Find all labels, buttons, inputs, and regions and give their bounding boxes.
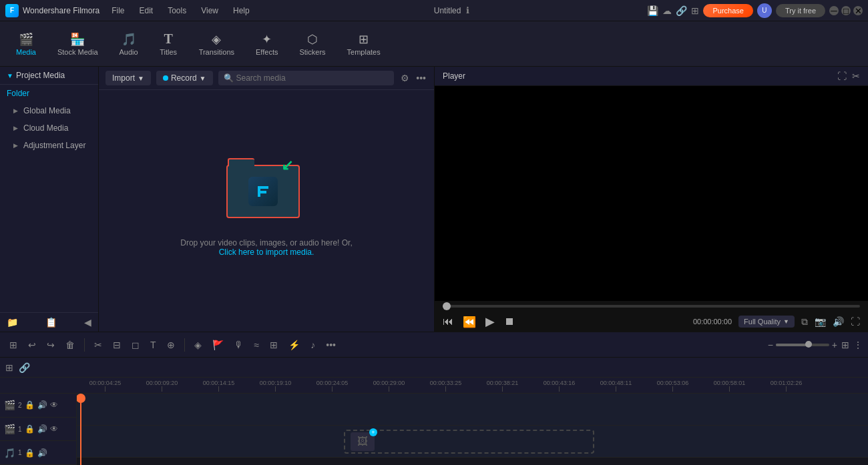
ruler-line-8 [559,386,560,392]
filter-icon[interactable]: ⚙ [399,71,411,85]
skip-back-button[interactable]: ⏮ [443,316,453,328]
snapshot-icon[interactable]: 📷 [815,316,826,327]
divider1 [84,338,85,352]
purchase-button[interactable]: Purchase [703,4,752,17]
drag-drop-zone[interactable]: 🖼 + [344,430,594,454]
ruler-line-9 [616,386,616,392]
grid-icon[interactable]: ⊞ [691,5,699,16]
more-icon[interactable]: ••• [415,71,427,85]
adjustment-arrow-icon: ▶ [13,142,18,149]
text-tl-icon[interactable]: T [146,337,160,353]
cloud-arrow-icon: ▶ [13,125,18,131]
redo-icon[interactable]: ↪ [43,337,59,353]
scene-detect-icon[interactable]: ⊞ [5,337,21,353]
mic-icon[interactable]: 🎙 [230,337,248,353]
delete-icon[interactable]: 🗑 [61,337,79,353]
track1-audio-icon[interactable]: 🔊 [37,424,47,434]
adjust-icon[interactable]: ⊕ [163,337,179,353]
ruler-line-12 [786,386,787,392]
try-button[interactable]: Try it free [776,4,825,17]
avatar[interactable]: U [757,3,772,18]
close-button[interactable]: ✕ [853,6,863,15]
add-track-icon[interactable]: ⊞ [5,362,13,373]
titlebar-menu: File Edit Tools View Help [105,3,256,18]
track1-lock-icon[interactable]: 🔒 [25,424,35,434]
toolbar-item-media[interactable]: 🎬 Media [7,28,45,60]
import-button[interactable]: Import ▼ [105,71,151,85]
timeline-right-controls: − + ⊞ ⋮ [768,340,863,350]
record-button[interactable]: Record ▼ [156,71,213,85]
zoom-out-icon[interactable]: − [768,340,773,350]
collapse-icon[interactable]: ◀ [84,317,91,328]
audio-tl-icon[interactable]: ♪ [306,337,319,353]
menu-edit[interactable]: Edit [133,3,160,18]
video1-num: 1 [18,426,22,433]
player-progress [435,301,868,312]
stop-button[interactable]: ⏹ [504,316,515,328]
frame-back-button[interactable]: ⏪ [463,316,476,328]
menu-file[interactable]: File [105,3,131,18]
toolbar-item-audio[interactable]: 🎵 Audio [110,28,148,60]
zoom-fit-icon[interactable]: ⛶ [851,316,860,327]
toolbar-item-templates[interactable]: ⊞ Templates [338,28,390,60]
panel-item-adjustment[interactable]: ▶ Adjustment Layer [0,137,98,154]
import-link[interactable]: Click here to import media. [219,248,314,257]
track2-audio-icon[interactable]: 🔊 [37,400,47,410]
cloud-save-icon[interactable]: ☁ [662,5,672,16]
menu-tools[interactable]: Tools [161,3,193,18]
split-icon[interactable]: ⊟ [109,337,125,353]
folder-list-icon[interactable]: 📋 [45,317,57,328]
layout-icon[interactable]: ⊞ [841,340,849,350]
crop-icon[interactable]: ✂ [852,71,860,81]
crop-tl-icon[interactable]: ◻ [128,337,144,353]
snap-icon[interactable]: ◈ [190,337,206,353]
progress-handle[interactable] [443,302,451,310]
track2-lock-icon[interactable]: 🔒 [25,400,35,410]
ripple-icon[interactable]: ≈ [250,337,264,353]
volume-icon[interactable]: 🔊 [833,316,844,327]
playhead[interactable] [80,394,81,465]
audio1-lock-icon[interactable]: 🔒 [25,448,35,458]
search-input[interactable] [236,73,389,83]
toolbar-item-stock[interactable]: 🏪 Stock Media [48,28,107,60]
search-box: 🔍 [218,71,395,85]
panel-item-folder[interactable]: Folder [0,85,98,102]
drop-title: Drop your video clips, images, or audio … [180,238,352,248]
record-label: Record [171,73,197,83]
zoom-handle[interactable] [805,341,812,348]
progress-bar[interactable] [443,305,860,308]
quality-selector[interactable]: Full Quality ▼ [738,316,795,328]
toolbar-item-effects[interactable]: ✦ Effects [246,28,287,60]
toolbar-item-titles[interactable]: T Titles [150,27,187,60]
panel-item-cloud[interactable]: ▶ Cloud Media [0,119,98,137]
multi-icon[interactable]: ⊞ [266,337,282,353]
link-icon[interactable]: 🔗 [19,362,30,373]
audio1-track-icon: 🎵 [4,448,15,458]
undo-icon[interactable]: ↩ [24,337,40,353]
speed-icon[interactable]: ⚡ [284,337,304,353]
split-screen-icon[interactable]: ⧉ [801,316,808,328]
cut-icon[interactable]: ✂ [90,337,106,353]
flag-icon[interactable]: 🚩 [208,337,228,353]
fullscreen-icon[interactable]: ⛶ [837,71,847,81]
play-button[interactable]: ▶ [485,314,495,329]
track1-eye-icon[interactable]: 👁 [50,424,58,434]
more-options-icon[interactable]: ⋮ [853,340,863,350]
zoom-in-icon[interactable]: + [832,340,837,350]
menu-help[interactable]: Help [226,3,256,18]
zoom-slider[interactable] [776,344,829,346]
menu-view[interactable]: View [194,3,225,18]
audio1-mute-icon[interactable]: 🔊 [37,448,47,458]
share-icon[interactable]: 🔗 [676,5,687,16]
save-icon[interactable]: 💾 [647,5,658,16]
more-tl-icon[interactable]: ••• [322,337,340,353]
maximize-button[interactable]: □ [841,6,851,15]
svg-marker-0 [258,186,268,197]
toolbar-item-stickers[interactable]: ⬡ Stickers [290,28,335,60]
add-folder-icon[interactable]: 📁 [7,317,18,328]
track2-eye-icon[interactable]: 👁 [50,400,58,410]
panel-item-global[interactable]: ▶ Global Media [0,102,98,119]
player-time: 00:00:00:00 [693,318,732,326]
toolbar-item-transitions[interactable]: ◈ Transitions [190,28,244,60]
minimize-button[interactable]: ─ [829,6,839,15]
